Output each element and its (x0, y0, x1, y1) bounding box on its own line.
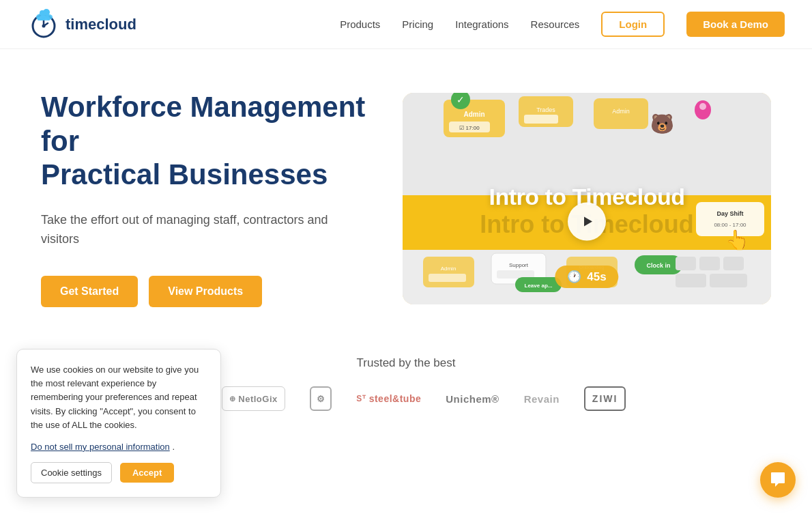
nav-products[interactable]: Products (340, 18, 380, 30)
svg-rect-5 (38, 17, 50, 20)
cookie-banner: We use cookies on our website to give yo… (16, 349, 221, 425)
hero-subtitle: Take the effort out of managing staff, c… (41, 211, 368, 249)
svg-text:Admin: Admin (463, 111, 484, 118)
nav-integrations[interactable]: Integrations (455, 18, 508, 30)
svg-rect-43 (723, 257, 744, 270)
logo-icon (27, 8, 60, 41)
svg-point-1 (42, 24, 46, 27)
trusted-logo-revain: Revain (524, 386, 560, 411)
trusted-logo-unichem: Unichem® (446, 386, 499, 411)
cookie-text: We use cookies on our website to give yo… (31, 363, 207, 425)
svg-text:👆: 👆 (725, 229, 749, 251)
login-button[interactable]: Login (601, 12, 665, 37)
svg-rect-28 (429, 274, 466, 282)
svg-text:✓: ✓ (456, 94, 465, 105)
svg-text:Clock in: Clock in (646, 262, 670, 269)
trusted-logo-3: ⚙ (310, 386, 332, 411)
logo[interactable]: timecloud (27, 8, 136, 41)
svg-text:Trades: Trades (536, 106, 555, 113)
hero-right: Admin ☑ 17:00 Trades Admin ✓ Intro to Ti… (403, 93, 771, 304)
get-started-button[interactable]: Get Started (41, 276, 138, 307)
svg-rect-41 (676, 257, 696, 270)
view-products-button[interactable]: View Products (149, 276, 262, 307)
nav-pricing[interactable]: Pricing (402, 18, 433, 30)
svg-marker-48 (584, 217, 592, 227)
svg-rect-45 (710, 274, 747, 287)
hero-buttons: Get Started View Products (41, 276, 368, 307)
svg-text:08:00 - 17:00: 08:00 - 17:00 (714, 222, 746, 228)
navbar: timecloud Products Pricing Integrations … (0, 0, 812, 49)
svg-text:Leave ap...: Leave ap... (525, 283, 553, 289)
hero-title: Workforce Management for Practical Busin… (41, 90, 368, 192)
video-thumbnail[interactable]: Admin ☑ 17:00 Trades Admin ✓ Intro to Ti… (403, 93, 771, 304)
play-icon (579, 214, 594, 229)
svg-text:🐻: 🐻 (650, 113, 674, 135)
nav-resources[interactable]: Resources (531, 18, 580, 30)
trusted-logo-netlogix: ⊕ NetIoGix (222, 386, 285, 411)
trusted-logo-steeltube: Sᵀ steel&tube (356, 386, 421, 411)
video-duration-badge: 🕐 45s (555, 266, 618, 288)
svg-rect-44 (676, 274, 706, 287)
nav-links: Products Pricing Integrations Resources … (340, 12, 785, 37)
svg-text:Admin: Admin (612, 108, 630, 115)
svg-text:Admin: Admin (441, 266, 456, 272)
svg-rect-42 (699, 257, 720, 270)
svg-rect-26 (423, 257, 474, 287)
video-duration: 45s (587, 270, 606, 284)
svg-rect-16 (524, 115, 558, 124)
svg-text:Day Shift: Day Shift (716, 210, 743, 217)
hero-section: Workforce Management for Practical Busin… (0, 49, 812, 334)
svg-text:☑ 17:00: ☑ 17:00 (459, 125, 480, 131)
trusted-logo-ziwi: ZIWI (584, 386, 626, 411)
hero-left: Workforce Management for Practical Busin… (41, 90, 368, 307)
logo-text: timecloud (66, 16, 136, 33)
svg-point-22 (699, 103, 706, 110)
clock-icon: 🕐 (567, 270, 581, 284)
svg-point-7 (43, 9, 50, 16)
video-play-button[interactable] (568, 203, 606, 241)
book-demo-button[interactable]: Book a Demo (686, 12, 785, 37)
svg-text:Support: Support (509, 262, 529, 268)
